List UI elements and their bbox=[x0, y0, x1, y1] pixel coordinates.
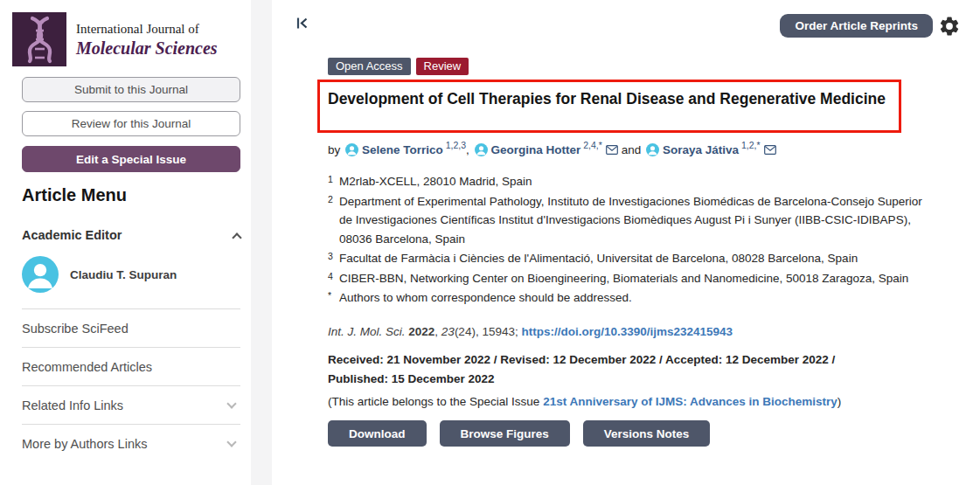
author-separator: and bbox=[618, 143, 644, 156]
affiliation-text: M2rlab-XCELL, 28010 Madrid, Spain bbox=[339, 172, 933, 191]
journal-dna-logo-icon bbox=[12, 12, 66, 66]
citation-sep: , bbox=[434, 325, 441, 338]
sidebar-item-label: Related Info Links bbox=[22, 398, 123, 412]
academic-editor-card: Claudiu T. Supuran bbox=[22, 256, 177, 293]
journal-logo-block[interactable]: International Journal of Molecular Scien… bbox=[12, 12, 218, 66]
submit-to-journal-button[interactable]: Submit to this Journal bbox=[22, 77, 240, 102]
citation-year: 2022 bbox=[408, 325, 434, 338]
affiliation-text: Department of Experimental Pathology, In… bbox=[339, 192, 933, 249]
author-link[interactable]: Selene Torrico bbox=[362, 143, 443, 156]
sidebar-item-label: More by Authors Links bbox=[22, 437, 147, 451]
affiliation-marker: 1 bbox=[328, 170, 339, 190]
academic-editor-header[interactable]: Academic Editor bbox=[22, 228, 240, 242]
envelope-icon[interactable] bbox=[764, 145, 776, 155]
sidebar: International Journal of Molecular Scien… bbox=[0, 0, 251, 485]
sidebar-item-related-info-links[interactable]: Related Info Links bbox=[22, 386, 240, 425]
chevron-up-icon[interactable] bbox=[232, 232, 241, 242]
versions-notes-button[interactable]: Versions Notes bbox=[583, 420, 711, 447]
publication-history: Received: 21 November 2022 / Revised: 12… bbox=[328, 350, 835, 389]
citation-volume: 23 bbox=[441, 325, 455, 338]
action-buttons: Download Browse Figures Versions Notes bbox=[328, 420, 710, 447]
affiliation-text: Authors to whom correspondence should be… bbox=[339, 288, 933, 308]
affiliation-text: CIBER-BBN, Networking Center on Bioengin… bbox=[339, 269, 933, 288]
article-badges: Open Access Review bbox=[328, 58, 469, 75]
affiliation-item: 4 CIBER-BBN, Networking Center on Bioeng… bbox=[328, 269, 933, 288]
edit-special-issue-button[interactable]: Edit a Special Issue bbox=[22, 146, 240, 172]
author-link[interactable]: Soraya Játiva bbox=[663, 143, 739, 156]
history-line: Received: 21 November 2022 / Revised: 12… bbox=[328, 350, 835, 370]
open-access-badge[interactable]: Open Access bbox=[328, 58, 411, 75]
sidebar-item-label: Subscribe SciFeed bbox=[22, 322, 129, 336]
sidebar-item-recommended-articles[interactable]: Recommended Articles bbox=[22, 348, 240, 386]
sidebar-item-label: Recommended Articles bbox=[22, 360, 152, 374]
academic-editor-name[interactable]: Claudiu T. Supuran bbox=[70, 268, 177, 281]
editor-avatar-icon bbox=[22, 256, 59, 293]
affiliation-item: 2 Department of Experimental Pathology, … bbox=[328, 192, 933, 249]
affiliation-marker: 2 bbox=[328, 191, 339, 247]
author-link[interactable]: Georgina Hotter bbox=[491, 143, 581, 156]
author-affil-sup: 1,2,* bbox=[739, 140, 761, 150]
affiliation-item: 3 Facultat de Farmàcia i Ciències de l'A… bbox=[328, 249, 933, 268]
chevron-down-icon[interactable] bbox=[226, 398, 236, 408]
citation-issue-pages: (24), 15943; bbox=[455, 325, 522, 338]
affiliation-list: 1 M2rlab-XCELL, 28010 Madrid, Spain 2 De… bbox=[328, 172, 933, 308]
envelope-icon[interactable] bbox=[606, 145, 618, 155]
article-menu-title: Article Menu bbox=[22, 185, 127, 205]
affiliation-marker: 3 bbox=[328, 247, 339, 267]
affiliation-text: Facultat de Farmàcia i Ciències de l'Ali… bbox=[339, 249, 933, 268]
journal-name-line1: International Journal of bbox=[76, 21, 218, 38]
author-affil-sup: 1,2,3 bbox=[443, 140, 466, 150]
affiliation-item: 1 M2rlab-XCELL, 28010 Madrid, Spain bbox=[328, 172, 933, 191]
special-issue-line: (This article belongs to the Special Iss… bbox=[328, 395, 841, 408]
academic-editor-label: Academic Editor bbox=[22, 228, 122, 242]
sidebar-item-more-by-authors-links[interactable]: More by Authors Links bbox=[22, 425, 240, 462]
byline: by Selene Torrico 1,2,3, Georgina Hotter… bbox=[328, 140, 776, 156]
affiliation-marker: 4 bbox=[328, 267, 339, 287]
order-article-reprints-button[interactable]: Order Article Reprints bbox=[780, 14, 933, 38]
browse-figures-button[interactable]: Browse Figures bbox=[440, 420, 570, 447]
citation-line: Int. J. Mol. Sci. 2022, 23(24), 15943; h… bbox=[328, 325, 733, 338]
collapse-sidebar-icon[interactable] bbox=[295, 16, 309, 31]
sidebar-links: Subscribe SciFeed Recommended Articles R… bbox=[22, 308, 240, 462]
byline-prefix: by bbox=[328, 143, 344, 156]
special-issue-suffix: ) bbox=[838, 395, 842, 408]
author-separator: , bbox=[466, 143, 473, 156]
content-gutter bbox=[251, 0, 272, 485]
author-avatar-icon bbox=[646, 143, 659, 156]
author-avatar-icon bbox=[475, 143, 488, 156]
special-issue-link[interactable]: 21st Anniversary of IJMS: Advances in Bi… bbox=[543, 395, 838, 408]
chevron-down-icon[interactable] bbox=[226, 437, 236, 447]
article-page: International Journal of Molecular Scien… bbox=[0, 0, 980, 485]
citation-journal-abbrev: Int. J. Mol. Sci. bbox=[328, 325, 408, 338]
affiliation-marker: * bbox=[328, 287, 339, 306]
doi-link[interactable]: https://doi.org/10.3390/ijms232415943 bbox=[521, 325, 733, 338]
download-button[interactable]: Download bbox=[328, 420, 427, 447]
sidebar-item-subscribe-scifeed[interactable]: Subscribe SciFeed bbox=[22, 309, 240, 348]
review-badge[interactable]: Review bbox=[416, 58, 469, 75]
article-title: Development of Cell Therapies for Renal … bbox=[328, 88, 922, 110]
article-main: Order Article Reprints Open Access Revie… bbox=[272, 0, 980, 485]
affiliation-item: * Authors to whom correspondence should … bbox=[328, 288, 933, 308]
author-affil-sup: 2,4,* bbox=[580, 140, 602, 150]
special-issue-prefix: (This article belongs to the Special Iss… bbox=[328, 395, 543, 408]
gear-icon[interactable] bbox=[938, 15, 961, 38]
review-for-journal-button[interactable]: Review for this Journal bbox=[22, 111, 240, 136]
journal-name: International Journal of Molecular Scien… bbox=[76, 21, 218, 59]
journal-name-line2: Molecular Sciences bbox=[76, 38, 218, 59]
author-avatar-icon bbox=[345, 143, 358, 156]
history-line: Published: 15 December 2022 bbox=[328, 370, 835, 389]
